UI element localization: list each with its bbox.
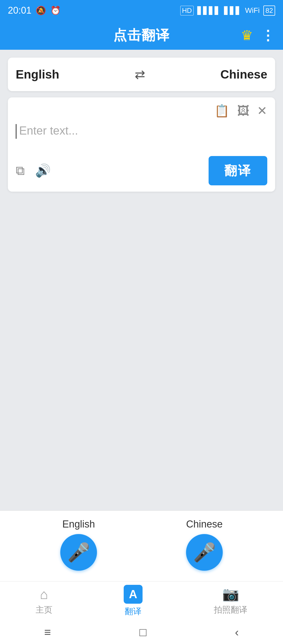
- crown-icon[interactable]: ♛: [241, 27, 253, 43]
- text-cursor: [16, 124, 17, 139]
- status-time: 20:01: [8, 5, 31, 16]
- target-voice-label: Chinese: [186, 519, 222, 530]
- voice-section: English 🎤 Chinese 🎤: [0, 510, 283, 581]
- text-input-area[interactable]: Enter text...: [16, 122, 267, 146]
- translate-nav-icon: A: [124, 585, 143, 604]
- source-mic-icon: 🎤: [67, 542, 90, 563]
- bottom-nav: ⌂ 主页 A 翻译 📷 拍照翻译: [0, 581, 283, 620]
- source-voice-label: English: [62, 519, 95, 530]
- hd-badge: HD: [180, 6, 194, 15]
- signal-icon: ▋▋▋▋: [197, 6, 220, 15]
- system-back-icon[interactable]: ‹: [235, 626, 239, 639]
- status-left: 20:01 🔕 ⏰: [8, 5, 61, 16]
- image-translate-icon[interactable]: 🖼: [237, 104, 249, 118]
- nav-label-home: 主页: [36, 604, 52, 616]
- status-bar: 20:01 🔕 ⏰ HD ▋▋▋▋ ▋▋▋ WiFi 82: [0, 0, 283, 21]
- target-mic-button[interactable]: 🎤: [186, 534, 223, 571]
- input-box-toolbar: 📋 🖼 ✕: [16, 104, 267, 118]
- clipboard-icon[interactable]: 📋: [214, 104, 229, 118]
- nav-item-home[interactable]: ⌂ 主页: [36, 586, 52, 616]
- app-bar: 点击翻译 ♛ ⋮: [0, 21, 283, 50]
- clear-icon[interactable]: ✕: [257, 104, 267, 118]
- speaker-icon[interactable]: 🔊: [35, 163, 51, 178]
- input-box-bottom: ⧉ 🔊 翻译: [16, 156, 267, 185]
- more-options-icon[interactable]: ⋮: [261, 27, 275, 43]
- nav-label-photo: 拍照翻译: [214, 604, 247, 616]
- translate-button[interactable]: 翻译: [209, 156, 267, 185]
- swap-languages-icon[interactable]: ⇄: [135, 67, 145, 82]
- app-title: 点击翻译: [113, 26, 170, 45]
- alarm-icon: ⏰: [50, 5, 61, 15]
- app-bar-actions: ♛ ⋮: [241, 27, 275, 43]
- camera-icon: 📷: [222, 586, 239, 602]
- source-mic-button[interactable]: 🎤: [60, 534, 97, 571]
- mute-icon: 🔕: [36, 5, 46, 15]
- target-language[interactable]: Chinese: [220, 67, 267, 81]
- signal2-icon: ▋▋▋: [224, 6, 241, 15]
- input-placeholder: Enter text...: [19, 122, 78, 137]
- source-voice-item: English 🎤: [60, 519, 97, 571]
- translate-letter: A: [129, 588, 137, 601]
- source-language[interactable]: English: [16, 67, 59, 81]
- system-menu-icon[interactable]: ≡: [44, 626, 51, 639]
- bottom-left-actions: ⧉ 🔊: [16, 163, 51, 178]
- home-icon: ⌂: [40, 586, 48, 602]
- translation-input-box: 📋 🖼 ✕ Enter text... ⧉ 🔊 翻译: [8, 97, 275, 192]
- copy-icon[interactable]: ⧉: [16, 163, 25, 178]
- target-voice-item: Chinese 🎤: [186, 519, 223, 571]
- nav-label-translate: 翻译: [125, 606, 142, 617]
- wifi-icon: WiFi: [245, 6, 260, 15]
- nav-item-photo[interactable]: 📷 拍照翻译: [214, 586, 247, 616]
- system-home-icon[interactable]: □: [139, 626, 146, 639]
- language-selector: English ⇄ Chinese: [8, 58, 275, 91]
- status-right: HD ▋▋▋▋ ▋▋▋ WiFi 82: [180, 5, 275, 16]
- system-nav: ≡ □ ‹: [0, 620, 283, 644]
- target-mic-icon: 🎤: [193, 542, 216, 563]
- battery-indicator: 82: [263, 5, 275, 16]
- main-content: English ⇄ Chinese 📋 🖼 ✕ Enter text... ⧉ …: [0, 50, 283, 199]
- nav-item-translate[interactable]: A 翻译: [124, 585, 143, 617]
